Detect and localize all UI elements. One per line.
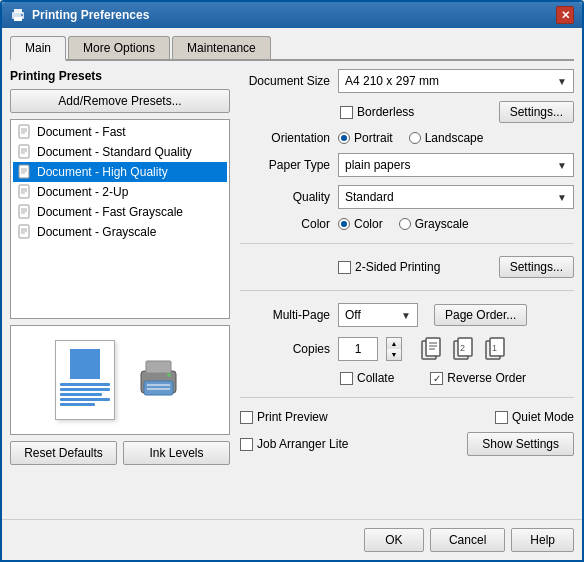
add-remove-presets-button[interactable]: Add/Remove Presets... [10, 89, 230, 113]
borderless-label: Borderless [357, 105, 414, 119]
two-sided-label: 2-Sided Printing [355, 260, 440, 274]
preset-item[interactable]: Document - Fast Grayscale [13, 202, 227, 222]
main-content: Printing Presets Add/Remove Presets... D… [10, 69, 574, 511]
page-line [60, 388, 110, 391]
reset-defaults-button[interactable]: Reset Defaults [10, 441, 117, 465]
quality-label: Quality [240, 190, 330, 204]
svg-rect-29 [146, 361, 171, 373]
quiet-mode-checkbox-item[interactable]: Quiet Mode [495, 410, 574, 424]
preset-item[interactable]: Document - Standard Quality [13, 142, 227, 162]
multipage-dropdown[interactable]: Off ▼ [338, 303, 418, 327]
printer-preview-icon [131, 351, 186, 409]
borderless-checkbox-item[interactable]: Borderless [340, 105, 414, 119]
left-panel: Printing Presets Add/Remove Presets... D… [10, 69, 230, 511]
document-size-dropdown[interactable]: A4 210 x 297 mm ▼ [338, 69, 574, 93]
color-option-label: Color [354, 217, 383, 231]
page-icon [70, 349, 100, 379]
print-preview-checkbox[interactable] [240, 411, 253, 424]
collate-row: Collate Reverse Order [240, 371, 574, 385]
reverse-order-checkbox[interactable] [430, 372, 443, 385]
quiet-mode-label: Quiet Mode [512, 410, 574, 424]
two-sided-checkbox[interactable] [338, 261, 351, 274]
collate-icon-1 [418, 335, 446, 363]
copies-label: Copies [240, 342, 330, 356]
preset-item[interactable]: Document - Fast [13, 122, 227, 142]
help-button[interactable]: Help [511, 528, 574, 552]
svg-rect-1 [14, 17, 22, 21]
page-preview [55, 340, 115, 420]
job-arranger-checkbox[interactable] [240, 438, 253, 451]
borderless-checkbox[interactable] [340, 106, 353, 119]
page-line [60, 403, 95, 406]
document-size-label: Document Size [240, 74, 330, 88]
page-order-button[interactable]: Page Order... [434, 304, 527, 326]
print-preview-checkbox-item[interactable]: Print Preview [240, 410, 328, 424]
tab-bar: Main More Options Maintenance [10, 36, 574, 61]
color-label: Color [240, 217, 330, 231]
quality-row: Quality Standard ▼ [240, 185, 574, 209]
copies-input[interactable] [338, 337, 378, 361]
dropdown-arrow-icon: ▼ [557, 160, 567, 171]
job-arranger-label: Job Arranger Lite [257, 437, 348, 451]
window-content: Main More Options Maintenance Printing P… [2, 28, 582, 519]
multipage-label: Multi-Page [240, 308, 330, 322]
grayscale-radio-item[interactable]: Grayscale [399, 217, 469, 231]
collate-checkbox-item[interactable]: Collate [340, 371, 394, 385]
reverse-order-label: Reverse Order [447, 371, 526, 385]
grayscale-radio[interactable] [399, 218, 411, 230]
ok-button[interactable]: OK [364, 528, 424, 552]
color-radio[interactable] [338, 218, 350, 230]
divider2 [240, 290, 574, 291]
tab-more-options[interactable]: More Options [68, 36, 170, 59]
divider [240, 243, 574, 244]
collate-label: Collate [357, 371, 394, 385]
tab-main[interactable]: Main [10, 36, 66, 61]
two-sided-checkbox-item[interactable]: 2-Sided Printing [338, 260, 491, 274]
landscape-radio[interactable] [409, 132, 421, 144]
copies-up-button[interactable]: ▲ [387, 338, 401, 349]
copy-icons: 2 1 [418, 335, 510, 363]
preset-item[interactable]: Document - High Quality [13, 162, 227, 182]
paper-type-dropdown[interactable]: plain papers ▼ [338, 153, 574, 177]
page-line [60, 393, 103, 396]
multipage-row: Multi-Page Off ▼ Page Order... [240, 303, 574, 327]
two-sided-settings-button[interactable]: Settings... [499, 256, 574, 278]
title-bar: Printing Preferences ✕ [2, 2, 582, 28]
borderless-settings-button[interactable]: Settings... [499, 101, 574, 123]
quiet-mode-checkbox[interactable] [495, 411, 508, 424]
show-settings-button[interactable]: Show Settings [467, 432, 574, 456]
preset-item[interactable]: Document - 2-Up [13, 182, 227, 202]
dropdown-arrow-icon: ▼ [557, 192, 567, 203]
paper-type-label: Paper Type [240, 158, 330, 172]
copies-down-button[interactable]: ▼ [387, 349, 401, 360]
collate-icon-3: 1 [482, 335, 510, 363]
presets-title: Printing Presets [10, 69, 230, 83]
portrait-radio[interactable] [338, 132, 350, 144]
copies-row: Copies ▲ ▼ [240, 335, 574, 363]
portrait-label: Portrait [354, 131, 393, 145]
cancel-button[interactable]: Cancel [430, 528, 505, 552]
options-row-2: Job Arranger Lite Show Settings [240, 432, 574, 456]
preset-item[interactable]: Document - Grayscale [13, 222, 227, 242]
quality-dropdown[interactable]: Standard ▼ [338, 185, 574, 209]
two-sided-row: 2-Sided Printing Settings... [240, 256, 574, 278]
print-preview-label: Print Preview [257, 410, 328, 424]
job-arranger-checkbox-item[interactable]: Job Arranger Lite [240, 437, 348, 451]
page-lines [60, 383, 110, 415]
collate-icon-2: 2 [450, 335, 478, 363]
color-radio-item[interactable]: Color [338, 217, 383, 231]
color-row: Color Color Grayscale [240, 217, 574, 231]
reverse-order-checkbox-item[interactable]: Reverse Order [430, 371, 526, 385]
grayscale-label: Grayscale [415, 217, 469, 231]
svg-point-3 [21, 14, 23, 16]
document-size-row: Document Size A4 210 x 297 mm ▼ [240, 69, 574, 93]
ink-levels-button[interactable]: Ink Levels [123, 441, 230, 465]
landscape-radio-item[interactable]: Landscape [409, 131, 484, 145]
bottom-left-buttons: Reset Defaults Ink Levels [10, 441, 230, 465]
collate-checkbox[interactable] [340, 372, 353, 385]
portrait-radio-item[interactable]: Portrait [338, 131, 393, 145]
tab-maintenance[interactable]: Maintenance [172, 36, 271, 59]
printer-title-icon [10, 7, 26, 23]
svg-rect-2 [14, 9, 22, 13]
close-button[interactable]: ✕ [556, 6, 574, 24]
